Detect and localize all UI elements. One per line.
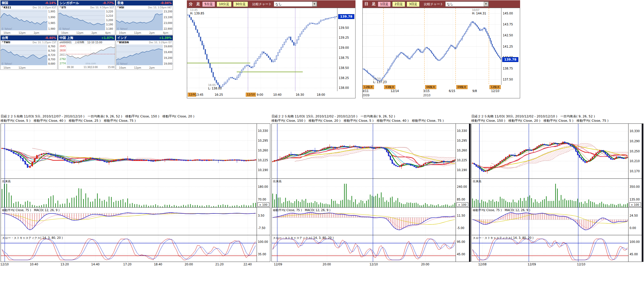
volume-unit: × 100	[631, 203, 639, 206]
y-axis-labels: 28452830281127922774	[58, 44, 66, 65]
mini-area-chart	[58, 10, 105, 30]
x-axis-label: 12/10	[577, 263, 585, 266]
x-axis-labels: 09:3011:30|13:0015:00	[66, 65, 115, 69]
compare-chart-value: なし	[276, 2, 282, 6]
mini-plot-row: © Yahoo!1,9951,9901,9851,980	[1, 10, 57, 31]
contract-month-chip: 12限月	[489, 85, 501, 89]
market-mini-chart: 中国 上海+1.07%sh000001上证指数12-10 15:00284528…	[58, 35, 115, 70]
y-axis-label: 1,990	[48, 16, 57, 19]
x-axis-label: 10am	[119, 66, 126, 69]
x-axis-label: 12/10	[491, 89, 499, 93]
x-axis-label: 13:45	[195, 93, 204, 96]
current-price-box: 139.78	[338, 14, 354, 19]
market-sub-bar: ^TWIIDec 10, 1:25pm CST	[1, 40, 57, 44]
volume-label: 出来高	[273, 180, 282, 183]
x-axis-label: 10:40	[273, 93, 282, 96]
minute-chart-title: 分 足	[189, 1, 200, 7]
technical-chart-5min: 日経２２５先物 11/03( 5分, 2010/12/07 - 2010/12/…	[1, 114, 270, 269]
sina-line-chart	[66, 44, 115, 65]
x-axis-label: 10am	[119, 31, 126, 34]
daily-candlestick-chart: 145.00143.75142.50141.25140.00138.75137.…	[363, 8, 520, 85]
market-sub-bar: ^STIDec 10, 4:59pm SGT	[58, 5, 115, 10]
y-axis-label: 11.50	[457, 214, 465, 217]
x-axis-label: 16:30	[296, 93, 304, 96]
mini-plot: sina.com	[66, 44, 115, 65]
market-change: -0.04%	[160, 1, 172, 5]
chevron-down-icon[interactable]: ▼	[484, 2, 488, 6]
y-axis-label: 19,000	[164, 62, 173, 65]
minute-candlestick-chart: 139.75139.50139.25139.00138.75138.50138.…	[187, 8, 355, 91]
y-axis-label: 70.00	[258, 198, 266, 201]
x-axis: 12限月03限月06限月09限月12限月9/11200912/143/15201…	[363, 85, 520, 98]
market-timestamp: Dec 10, 1:25pm CST	[33, 41, 56, 44]
y-axis-label: 141.25	[503, 45, 513, 48]
daily-chart-toolbar: 日 足 1日足2日足3日足 比較チャート なし ▼	[362, 0, 520, 8]
chevron-down-icon[interactable]: ▼	[312, 2, 317, 6]
y-axis-label: 3,190	[106, 23, 115, 26]
interval-tab[interactable]: 3日足	[407, 1, 420, 7]
x-axis-label: 14:40	[91, 263, 100, 266]
interval-tab[interactable]: 1日足	[378, 1, 391, 7]
chart-plot-area: 10,33010,29510,26010,22510,190240.0085.0…	[271, 123, 471, 262]
sina-title-bar: sh000001上证指数12-10 15:00	[58, 40, 115, 44]
stochastics-label: スロー・ストキャスティクス( 14, 3, 80, 20 )	[2, 236, 63, 239]
x-axis-label: 12/08	[478, 263, 487, 266]
y-axis-label: 350.00	[630, 185, 640, 188]
x-axis-year-label: 2009	[362, 94, 369, 97]
compare-chart-combobox[interactable]: なし ▼	[274, 1, 317, 7]
technical-chart-15min: 日経２２５先物 11/03( 15分, 2010/12/02 - 2010/12…	[271, 114, 471, 269]
x-axis-labels: 10am12pm2pm4pm	[58, 31, 115, 35]
interval-tab[interactable]: 2日足	[392, 1, 405, 7]
x-axis-label: 10am	[61, 31, 68, 34]
market-mini-chart: インド+1.39%^BSESNDec 10, 3:29pm IST© Yahoo…	[116, 35, 173, 70]
market-name-bar: 中国 上海+1.07%	[58, 35, 115, 40]
x-axis-labels: 12/1010:4013:2014:4017:2018:4020:0021:20…	[1, 262, 270, 268]
macd-label: 移動平均( Close, 75 ) MACD( 12, 26, 9 )	[473, 209, 530, 212]
y-axis-label: 142.50	[503, 34, 513, 37]
yahoo-watermark: © Yahoo!	[1, 63, 12, 65]
price-annotation: 10/07H: 144.31	[472, 9, 486, 15]
y-axis-label: 10,330	[630, 130, 640, 133]
technical-plot: 10,33010,29510,26010,22510,190240.0085.0…	[272, 124, 470, 262]
y-axis-label: 10,330	[457, 129, 467, 132]
x-axis-label: 15:00	[108, 66, 114, 69]
compare-chart-combobox[interactable]: なし ▼	[445, 1, 489, 7]
y-axis-label: 45.00	[630, 253, 638, 256]
x-axis-label: 6/15	[449, 89, 455, 93]
y-axis-label: 8,760	[48, 45, 57, 48]
current-price-box: 139.78	[502, 57, 518, 62]
market-sub-bar: ^HSIDec 10, 3:59pm HKT	[116, 5, 173, 10]
y-axis-labels: 1,9951,9901,9851,980	[47, 10, 57, 31]
y-axis-label: 19,200	[164, 57, 173, 59]
y-axis-label: 23,200	[164, 10, 173, 13]
interval-tab[interactable]: 5分足	[202, 1, 215, 7]
volume-label: 出来高	[473, 180, 481, 183]
y-axis-label: 8,720	[48, 54, 57, 57]
y-axis-label: 10,190	[457, 168, 467, 172]
market-symbol: ^KS11	[1, 6, 11, 9]
mini-area-chart	[1, 10, 47, 30]
minute-interval-tabs: 5分足10分足30分足	[202, 1, 248, 7]
y-axis-label: 145.00	[503, 12, 513, 15]
mini-plot-row: © Yahoo!8,7608,7408,7208,7008,680	[1, 44, 57, 66]
date-chip: 12/9	[188, 93, 196, 97]
x-axis-label: 20:00	[421, 263, 429, 266]
y-axis-label: 10,250	[630, 150, 640, 153]
market-symbol: ^BSESN	[117, 41, 129, 44]
market-sub-bar: ^BSESNDec 10, 3:29pm IST	[116, 40, 173, 44]
interval-tab[interactable]: 30分足	[233, 1, 248, 7]
market-name: 台湾	[2, 36, 8, 40]
price-annotation: 13:45H: 139.85	[190, 9, 204, 15]
interval-tab[interactable]: 10分足	[217, 1, 232, 7]
y-axis-label: 2774	[59, 62, 66, 65]
x-axis-labels: 10am12pm2pm	[1, 31, 57, 35]
y-axis-label: 10,225	[457, 159, 467, 162]
mini-plot: © Yahoo!	[58, 10, 105, 31]
y-axis-label: 10,295	[457, 139, 467, 142]
technical-chart-30min: 日経２２５先物 11/03( 30分, 2010/12/02 - 2010/12…	[471, 114, 643, 269]
stochastics-label: スロー・ストキャスティクス( 14, 3, 80, 20 )	[273, 236, 334, 239]
y-axis-labels: 19,60019,40019,20019,000	[163, 44, 173, 66]
x-axis-label: 12/10	[0, 263, 9, 266]
x-axis-label: 11:30|13:00	[84, 66, 98, 69]
x-axis-label: 2pm	[149, 66, 155, 69]
